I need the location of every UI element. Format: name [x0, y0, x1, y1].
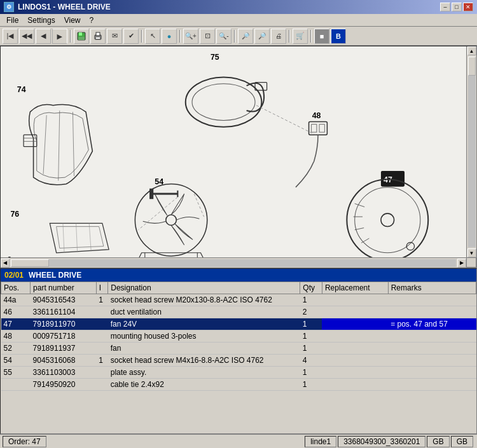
separator-4 — [234, 30, 235, 43]
table-cell — [388, 379, 476, 391]
table-header-row: Pos. part number I Designation Qty Repla… — [1, 282, 476, 294]
unit2: GB — [457, 437, 467, 446]
save-button[interactable] — [74, 29, 89, 44]
scroll-right-button[interactable]: ▶ — [457, 259, 466, 268]
table-row[interactable]: 5490453160681socket head screw M4x16-8.8… — [1, 355, 476, 367]
table-cell: 7914950920 — [31, 379, 97, 391]
menu-help[interactable]: ? — [86, 15, 98, 26]
close-button[interactable]: ✕ — [463, 3, 473, 11]
scroll-track-v — [468, 57, 476, 247]
section-number: 02/01 — [4, 271, 24, 280]
table-cell — [322, 330, 388, 343]
window-title: LINDOS1 - WHEEL DRIVE — [18, 3, 111, 11]
minimize-button[interactable]: – — [440, 3, 450, 11]
table-cell: 3361161104 — [31, 306, 97, 318]
parts-table: Pos. part number I Designation Qty Repla… — [1, 282, 476, 391]
table-cell — [96, 318, 107, 330]
print-button[interactable] — [90, 29, 106, 44]
unit1: GB — [432, 437, 443, 446]
scroll-thumb-v[interactable] — [468, 57, 476, 76]
table-cell: 1 — [96, 355, 107, 367]
maximize-button[interactable]: □ — [452, 3, 462, 11]
table-cell — [388, 355, 476, 367]
table-cell — [388, 367, 476, 379]
table-row[interactable]: 44a90453165431socket head screw M20x130-… — [1, 294, 476, 306]
table-cell: fan 24V — [108, 318, 300, 330]
table-cell: 44a — [1, 294, 31, 306]
svg-text:74: 74 — [17, 85, 26, 94]
nav-prev-button[interactable]: ◀ — [36, 29, 51, 44]
highlight-button[interactable]: ■ — [314, 29, 329, 44]
table-cell — [322, 355, 388, 367]
table-cell — [96, 367, 107, 379]
menu-file[interactable]: File — [3, 15, 22, 26]
table-cell: 55 — [1, 367, 31, 379]
app-icon: ⚙ — [4, 2, 14, 12]
zoom-out-button[interactable]: 🔍- — [216, 29, 232, 44]
menu-settings[interactable]: Settings — [24, 15, 59, 26]
unit1-section: GB — [427, 436, 449, 447]
menu-view[interactable]: View — [60, 15, 85, 26]
print2-button[interactable]: 🖨 — [271, 29, 286, 44]
col-replacement: Replacement — [322, 282, 388, 294]
drawing-area[interactable]: 74 76 6 46 75 — [0, 46, 477, 268]
table-cell: 9045316543 — [31, 294, 97, 306]
col-qty: Qty — [300, 282, 322, 294]
separator-5 — [289, 30, 290, 43]
find-button[interactable]: 🔎 — [238, 29, 253, 44]
nav-next-button[interactable]: ◀ — [52, 29, 67, 44]
table-cell: 1 — [96, 294, 107, 306]
table-row[interactable]: 553361103003plate assy.1 — [1, 367, 476, 379]
table-row[interactable]: 477918911970fan 24V1= pos. 47 and 57 — [1, 318, 476, 330]
main-content: 74 76 6 46 75 — [0, 46, 477, 434]
table-cell — [322, 379, 388, 391]
svg-rect-1 — [79, 32, 82, 36]
separator-2 — [141, 30, 142, 43]
table-cell: mounting housed 3-poles — [108, 330, 300, 343]
table-cell: socket head screw M4x16-8.8-A2C ISO 4762 — [108, 355, 300, 367]
table-cell: 46 — [1, 306, 31, 318]
cursor-button[interactable]: ↖ — [145, 29, 160, 44]
table-cell: 52 — [1, 343, 31, 355]
table-cell — [1, 379, 31, 391]
table-row[interactable]: 7914950920cable tie 2.4x921 — [1, 379, 476, 391]
table-row[interactable]: 463361161104duct ventilation2 — [1, 306, 476, 318]
table-cell: plate assy. — [108, 367, 300, 379]
scroll-left-button[interactable]: ◀ — [1, 259, 10, 268]
svg-text:76: 76 — [10, 210, 19, 219]
col-i: I — [96, 282, 107, 294]
user-section: linde1 — [305, 436, 336, 447]
zoom-window-button[interactable]: ⊡ — [200, 29, 215, 44]
email-button[interactable]: ✉ — [107, 29, 122, 44]
table-cell: 1 — [300, 367, 322, 379]
check-button[interactable]: ✔ — [123, 29, 139, 44]
drawing-scrollbar-h[interactable]: ◀ ▶ — [1, 257, 466, 268]
window-controls: – □ ✕ — [440, 3, 473, 11]
scroll-down-button[interactable]: ▼ — [467, 248, 476, 257]
table-cell — [322, 294, 388, 306]
nav-first-button[interactable]: |◀ — [3, 29, 18, 44]
table-cell: 9045316068 — [31, 355, 97, 367]
table-cell: = pos. 47 and 57 — [388, 318, 476, 330]
drawing-scrollbar-v[interactable]: ▲ ▼ — [466, 46, 476, 257]
order-value: 47 — [32, 437, 40, 446]
table-cell — [96, 306, 107, 318]
zoom-in-button[interactable]: 🔍+ — [183, 29, 198, 44]
order-section: Order: 47 — [3, 436, 46, 447]
table-row[interactable]: 527918911937fan1 — [1, 343, 476, 355]
svg-rect-6 — [1, 46, 466, 262]
scroll-track-h — [11, 259, 456, 267]
scroll-thumb-h[interactable] — [11, 259, 49, 267]
title-bar: ⚙ LINDOS1 - WHEEL DRIVE – □ ✕ — [0, 0, 477, 14]
scrollbar-corner — [466, 257, 476, 268]
blue-button[interactable]: B — [331, 29, 346, 44]
table-cell — [96, 330, 107, 343]
find2-button[interactable]: 🔎 — [254, 29, 270, 44]
svg-rect-4 — [96, 32, 100, 36]
scroll-up-button[interactable]: ▲ — [467, 46, 476, 55]
table-scroll[interactable]: Pos. part number I Designation Qty Repla… — [1, 282, 476, 433]
table-row[interactable]: 480009751718mounting housed 3-poles1 — [1, 330, 476, 343]
basket-button[interactable]: 🛒 — [293, 29, 308, 44]
globe-button[interactable]: ● — [162, 29, 177, 44]
nav-prev-prev-button[interactable]: ◀◀ — [19, 29, 34, 44]
